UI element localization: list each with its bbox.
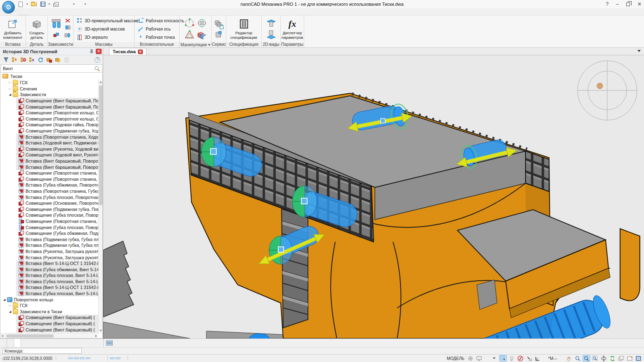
- qat-dropdown-icon[interactable]: ▾: [73, 2, 75, 6]
- open-file-button[interactable]: [31, 1, 37, 7]
- mate-pair-icon[interactable]: [53, 32, 60, 38]
- status-toggle[interactable]: [56, 356, 56, 361]
- zoom-window-icon[interactable]: [591, 355, 599, 362]
- collapse-errors-icon[interactable]: [20, 57, 27, 64]
- save-file-dropdown-icon[interactable]: ▾: [49, 2, 50, 6]
- tree-vertical-scrollbar[interactable]: [98, 80, 102, 333]
- new-file-button[interactable]: [17, 1, 24, 7]
- status-toggle[interactable]: [121, 358, 125, 359]
- viewport[interactable]: [103, 55, 644, 338]
- ribbon-item[interactable]: 3D-прямоугольный массив: [77, 17, 133, 24]
- tree-item[interactable]: Совмещение (Поворотная станина, Гу: [0, 218, 98, 225]
- tree-item[interactable]: Совмещение (Подвижная губка, Ходо: [0, 128, 98, 134]
- collapse-tree-icon[interactable]: [28, 57, 36, 64]
- status-toggle[interactable]: [116, 357, 121, 359]
- mirror-3d-icon[interactable]: [197, 29, 207, 40]
- new-file-dropdown-icon[interactable]: ▾: [26, 2, 28, 6]
- nav-orbit-dot[interactable]: [597, 83, 603, 89]
- selection-dropdown-icon[interactable]: [490, 355, 498, 362]
- status-toggle[interactable]: [110, 357, 115, 359]
- model-vise[interactable]: [103, 93, 640, 338]
- delete-constraint-icon[interactable]: [64, 18, 71, 24]
- insert-constraint-icon[interactable]: [50, 18, 63, 30]
- lineweight-bulb-icon[interactable]: [508, 355, 516, 362]
- tree-item[interactable]: Совмещение (Ходовая гайка, Поворот: [0, 122, 98, 128]
- tree-item[interactable]: Вставка (Губка плоская, Винт 5-14-Ц-О: [0, 291, 98, 297]
- tree-item[interactable]: Вставка (Поворотная станина, Губка п: [0, 188, 98, 194]
- status-toggle[interactable]: [107, 356, 108, 361]
- tree-item[interactable]: Вставка (Рукоятка, Заглушка рукоятки: [0, 254, 98, 260]
- tree-item[interactable]: Вставка (Винт 5-14-Ц-ОСТ 1 31542-80,: [0, 260, 98, 267]
- tree-item[interactable]: Совмещение (Подвижная губка, Пово: [0, 206, 98, 212]
- close-button[interactable]: ✕: [637, 1, 642, 7]
- ribbon-item[interactable]: Рабочая ось: [138, 25, 178, 33]
- annotation-disabled-icon[interactable]: [516, 355, 524, 362]
- rebuild-icon[interactable]: [46, 57, 53, 64]
- tree-item[interactable]: Совмещение (Винт барашковый) (: [0, 321, 98, 327]
- tree-expand-arrow[interactable]: [7, 304, 13, 307]
- move-3d-icon[interactable]: [184, 18, 195, 28]
- status-toggle[interactable]: [68, 357, 73, 359]
- sheets-icon[interactable]: [617, 355, 625, 362]
- display-monitor-icon[interactable]: [475, 355, 483, 362]
- tree-item[interactable]: Вставка (Губка плоская, Поворотная с: [0, 194, 98, 200]
- group-label-manipulations[interactable]: Манипуляции: [180, 42, 211, 47]
- tree-item[interactable]: Совмещение (Поворотное кольцо, Ос: [0, 110, 98, 116]
- ribbon-item[interactable]: 3D-круговой массив: [77, 25, 133, 33]
- tree-expand-arrow[interactable]: [7, 310, 13, 313]
- layout-list-icon[interactable]: [106, 341, 113, 345]
- tree-item[interactable]: Вставка (Рукоятка, Заглушка рукоятки: [0, 248, 98, 255]
- command-input[interactable]: Команда:: [2, 348, 82, 354]
- tree-item[interactable]: Совмещение (Губка плоская, Поворот: [0, 212, 98, 218]
- document-close-icon[interactable]: ✕: [138, 50, 143, 54]
- group-label-service[interactable]: Сервис: [212, 42, 226, 47]
- tree-item[interactable]: Сечения: [0, 86, 98, 92]
- tree-item[interactable]: Вставка (Губка плоская, Винт 5-14-Ц-О: [0, 279, 98, 285]
- group-label-dependencies[interactable]: Зависимости: [48, 42, 73, 47]
- search-icon[interactable]: [94, 66, 102, 72]
- orbit-icon[interactable]: [600, 355, 608, 362]
- update-components-icon[interactable]: [214, 19, 224, 29]
- spec-editor-button[interactable]: Редактор спецификации: [227, 17, 260, 41]
- ribbon-tab[interactable]: [40, 15, 52, 15]
- tree-item[interactable]: Совмещение (Губка плоская, Поворот: [0, 224, 98, 230]
- status-toggle[interactable]: [63, 358, 67, 359]
- help-button[interactable]: ?: [606, 1, 609, 7]
- minimize-button[interactable]: –: [616, 1, 619, 7]
- tree-expand-arrow[interactable]: [7, 93, 13, 96]
- ucs-icon[interactable]: [534, 355, 542, 362]
- tree-item[interactable]: Вставка (Винт барашковый, Поворотн: [0, 164, 98, 170]
- tree-item[interactable]: Зависимости в Тиски: [0, 309, 98, 315]
- tree-item[interactable]: Вставка (Губка обжимная, Поворотна: [0, 182, 98, 188]
- tree-expand-arrow[interactable]: [7, 81, 13, 84]
- status-toggle[interactable]: [80, 357, 85, 359]
- axis-constraint-icon[interactable]: [64, 24, 71, 30]
- tree-item[interactable]: Совмещение (Поворотная станина, П: [0, 170, 98, 176]
- restore-button[interactable]: [626, 2, 630, 6]
- clean-screen-icon[interactable]: [626, 355, 634, 362]
- tree-item[interactable]: Вставка (Губка обжимная, Винт 5-14-Ц: [0, 266, 98, 272]
- tree-item[interactable]: Вставка (Винт 5-14-Ц-ОСТ 1 31542-80,: [0, 284, 98, 291]
- save-file-button[interactable]: [40, 1, 46, 7]
- tree-item[interactable]: Совмещение (Губка обжимная, Подви: [0, 230, 98, 237]
- cylinder-pair-icon[interactable]: [64, 32, 71, 38]
- tree-item[interactable]: Совмещение (Рукоятка, Ходовой винт: [0, 146, 98, 152]
- filter-icon[interactable]: [2, 57, 9, 64]
- tree-item[interactable]: ГСК: [0, 303, 98, 309]
- ribbon-tab[interactable]: [64, 15, 75, 15]
- group-label-2dviews[interactable]: 2D-виды: [262, 42, 280, 47]
- document-list-dropdown-icon[interactable]: [637, 50, 641, 52]
- print-button[interactable]: [52, 1, 59, 7]
- status-toggle[interactable]: [74, 357, 79, 359]
- ribbon-tab[interactable]: [17, 15, 29, 15]
- pan-hand-icon[interactable]: [565, 355, 573, 362]
- tree-item[interactable]: Совмещение (Винт барашковый, Пов: [0, 104, 98, 110]
- tree-item[interactable]: Совмещение (Поворотное кольцо, Ос: [0, 116, 98, 122]
- rotate-3d-icon[interactable]: [197, 18, 207, 28]
- tree-item[interactable]: Поворотное кольцо: [0, 296, 98, 303]
- nav-orbit-indicator[interactable]: [577, 60, 637, 121]
- app-logo-icon[interactable]: ⚙: [2, 1, 15, 14]
- tree-item[interactable]: Вставка (Подвижная губка, Губка плос: [0, 242, 98, 248]
- status-toggle[interactable]: [58, 358, 62, 359]
- tree-root-item[interactable]: Тиски: [0, 73, 103, 80]
